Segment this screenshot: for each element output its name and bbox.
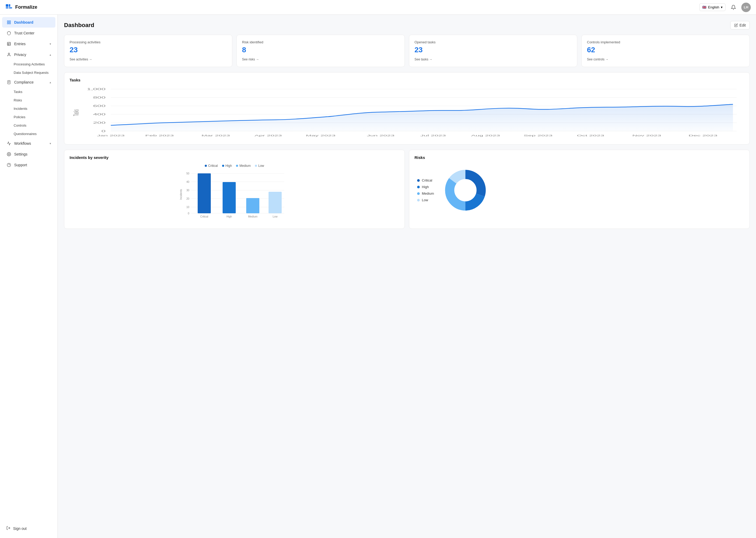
svg-text:1,000: 1,000: [87, 88, 106, 91]
legend-dot-medium: [417, 192, 420, 195]
sidebar-item-privacy[interactable]: Privacy ▴: [2, 49, 55, 60]
lang-label: English: [708, 5, 719, 9]
sidebar-label-risks: Risks: [14, 98, 22, 102]
sidebar-label-trust-center: Trust Center: [14, 31, 34, 35]
sidebar-label-settings: Settings: [14, 152, 27, 156]
sidebar-label-tasks: Tasks: [14, 90, 22, 94]
sidebar-item-trust-center[interactable]: Trust Center: [2, 28, 55, 38]
trust-center-icon: [6, 30, 12, 36]
bar-low: [268, 192, 282, 213]
bar-critical: [198, 173, 211, 213]
sidebar-item-incidents[interactable]: Incidents: [2, 105, 55, 113]
legend-dot-high: [417, 186, 420, 188]
dashboard-icon: [6, 20, 12, 25]
stat-value-1: 8: [242, 46, 399, 54]
sidebar-item-policies[interactable]: Policies: [2, 113, 55, 121]
svg-text:30: 30: [186, 189, 190, 192]
svg-text:50: 50: [186, 172, 190, 175]
stat-label-2: Opened tasks: [414, 40, 572, 44]
sidebar-item-questionnaires[interactable]: Questionnaires: [2, 130, 55, 138]
edit-label: Edit: [739, 23, 746, 27]
svg-text:20: 20: [186, 197, 190, 200]
compliance-chevron: ▴: [50, 81, 51, 84]
bar-high: [223, 182, 236, 213]
stat-card-controls-implemented: Controls implemented 62 See controls →: [582, 35, 750, 67]
svg-text:Aug 2023: Aug 2023: [471, 134, 500, 137]
language-selector[interactable]: 🇬🇧 English ▾: [699, 3, 726, 11]
page-header: Dashboard Edit: [64, 21, 750, 29]
sidebar-item-processing-activities[interactable]: Processing Activities: [2, 60, 55, 68]
svg-text:Sep 2023: Sep 2023: [524, 134, 552, 137]
sidebar-label-policies: Policies: [14, 115, 25, 119]
sign-out-label: Sign out: [13, 526, 26, 531]
incidents-chart-card: Incidents by severity Critical High Medi…: [64, 150, 405, 229]
notification-bell[interactable]: [729, 3, 738, 12]
sidebar-item-controls[interactable]: Controls: [2, 121, 55, 130]
page-title: Dashboard: [64, 22, 94, 28]
risks-chart-title: Risks: [414, 155, 744, 160]
stat-link-0[interactable]: See activities →: [70, 58, 92, 61]
logo-area: Formalize: [5, 4, 37, 11]
header-right: 🇬🇧 English ▾ LH: [699, 3, 751, 12]
svg-text:600: 600: [93, 105, 106, 107]
svg-rect-1: [6, 7, 8, 8]
sidebar-label-privacy: Privacy: [14, 53, 26, 57]
edit-button[interactable]: Edit: [730, 21, 750, 29]
svg-text:Jan 2023: Jan 2023: [97, 134, 125, 137]
tasks-chart-container: 1,000 800 600 400 200 0 Tasks: [70, 86, 744, 139]
svg-rect-3: [9, 4, 10, 7]
stat-value-3: 62: [587, 46, 744, 54]
stat-label-3: Controls implemented: [587, 40, 744, 44]
legend-dot-critical: [417, 179, 420, 182]
svg-text:Nov 2023: Nov 2023: [632, 134, 661, 137]
legend-critical: Critical: [205, 164, 218, 168]
stat-card-processing-activities: Processing activities 23 See activities …: [64, 35, 232, 67]
svg-text:Jun 2023: Jun 2023: [367, 134, 395, 137]
stat-link-2[interactable]: See tasks →: [414, 58, 432, 61]
svg-rect-4: [7, 21, 9, 22]
stat-value-0: 23: [70, 46, 227, 54]
svg-text:0: 0: [101, 130, 106, 133]
donut-legend: Critical High Medium Low: [417, 178, 434, 202]
svg-rect-6: [9, 23, 11, 24]
sidebar-item-support[interactable]: Support: [2, 160, 55, 170]
svg-rect-2: [9, 7, 12, 8]
stat-link-1[interactable]: See risks →: [242, 58, 259, 61]
settings-icon: [6, 152, 12, 157]
sidebar-label-workflows: Workflows: [14, 141, 31, 145]
svg-text:High: High: [226, 215, 232, 218]
stat-card-opened-tasks: Opened tasks 23 See tasks →: [409, 35, 577, 67]
sidebar-item-workflows[interactable]: Workflows ▾: [2, 138, 55, 149]
svg-text:800: 800: [93, 96, 106, 99]
svg-point-67: [454, 179, 476, 201]
sidebar-item-entries[interactable]: Entries ▾: [2, 39, 55, 49]
svg-rect-7: [7, 23, 9, 24]
svg-text:Critical: Critical: [200, 215, 209, 218]
sidebar-label-support: Support: [14, 163, 27, 167]
svg-text:Low: Low: [273, 215, 278, 218]
svg-text:Jul 2023: Jul 2023: [420, 134, 446, 137]
svg-text:Tasks: Tasks: [72, 109, 80, 116]
sidebar-item-data-subject-requests[interactable]: Data Subject Requests: [2, 69, 55, 77]
privacy-icon: [6, 52, 12, 57]
sidebar-item-dashboard[interactable]: Dashboard: [2, 17, 55, 27]
svg-text:200: 200: [93, 121, 106, 124]
svg-text:Mar 2023: Mar 2023: [202, 134, 230, 137]
donut-container: Critical High Medium Low: [414, 164, 744, 216]
sidebar-label-controls: Controls: [14, 124, 26, 128]
bar-medium: [246, 198, 260, 213]
svg-text:Oct 2023: Oct 2023: [577, 134, 604, 137]
incidents-chart-title: Incidents by severity: [70, 155, 399, 160]
sidebar-item-settings[interactable]: Settings: [2, 149, 55, 159]
sign-out-button[interactable]: Sign out: [2, 523, 55, 534]
donut-svg: [442, 167, 489, 214]
sidebar-item-compliance[interactable]: Compliance ▴: [2, 77, 55, 87]
stats-row: Processing activities 23 See activities …: [64, 35, 750, 67]
avatar[interactable]: LH: [741, 3, 751, 12]
stat-link-3[interactable]: See controls →: [587, 58, 608, 61]
sidebar-item-tasks[interactable]: Tasks: [2, 88, 55, 96]
sidebar-item-risks[interactable]: Risks: [2, 96, 55, 104]
svg-text:May 2023: May 2023: [306, 134, 336, 137]
app-header: Formalize 🇬🇧 English ▾ LH: [0, 0, 756, 15]
compliance-icon: [6, 80, 12, 85]
